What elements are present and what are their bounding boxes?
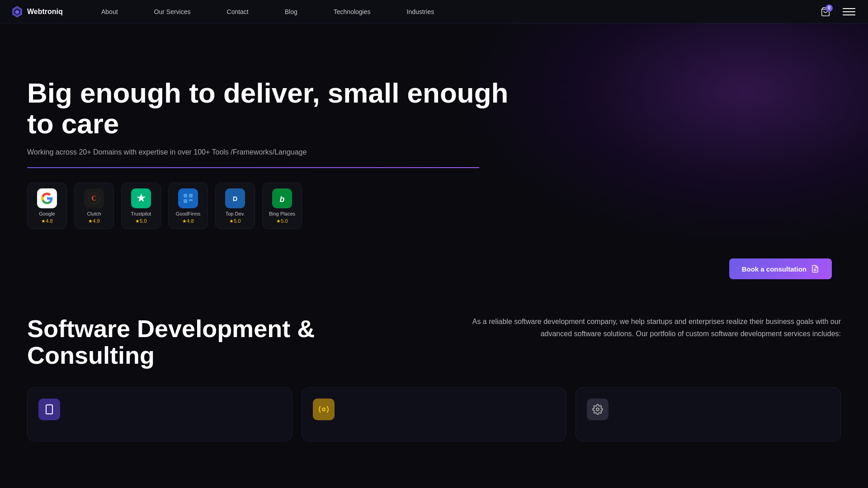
service-card-1[interactable] xyxy=(27,387,292,441)
google-badge-icon xyxy=(37,188,57,208)
hero-section: Big enough to deliver, small enough to c… xyxy=(0,23,868,277)
cart-badge: 0 xyxy=(826,5,833,12)
rating-badge-bingplaces[interactable]: b Bing Places ★5.0 xyxy=(262,183,302,229)
hamburger-line-2 xyxy=(843,11,855,12)
goodfirms-badge-name: GoodFirms xyxy=(176,211,200,216)
rating-badge-topdev[interactable]: D Top Dev. ★5.0 xyxy=(215,183,255,229)
bingplaces-badge-name: Bing Places xyxy=(269,211,295,216)
nav-right: 0 xyxy=(817,4,857,20)
svg-text:C: C xyxy=(91,194,96,202)
clutch-badge-name: Clutch xyxy=(87,211,101,216)
goodfirms-badge-icon xyxy=(178,188,198,208)
bingplaces-badge-rating: ★5.0 xyxy=(276,218,288,224)
hero-divider xyxy=(27,167,479,168)
nav-technologies[interactable]: Technologies xyxy=(316,0,389,23)
service-cards-row xyxy=(0,387,868,460)
svg-rect-7 xyxy=(189,199,193,201)
nav-about[interactable]: About xyxy=(83,0,136,23)
service-card-2[interactable] xyxy=(302,387,567,441)
svg-rect-5 xyxy=(184,199,187,203)
hamburger-line-3 xyxy=(843,14,855,15)
logo-icon xyxy=(11,5,24,18)
nav-links: About Our Services Contact Blog Technolo… xyxy=(83,0,817,23)
brand-logo[interactable]: Webtroniq xyxy=(11,5,83,18)
service-card-2-icon xyxy=(313,399,335,420)
software-description: As a reliable software development compa… xyxy=(452,315,841,340)
software-title: Software Development & Consulting xyxy=(27,315,416,369)
hamburger-line-1 xyxy=(843,8,855,9)
software-description-block: As a reliable software development compa… xyxy=(452,315,841,340)
svg-rect-3 xyxy=(181,192,195,205)
svg-rect-4 xyxy=(184,194,187,197)
software-title-block: Software Development & Consulting xyxy=(27,315,416,369)
goodfirms-badge-rating: ★4.8 xyxy=(182,218,193,224)
google-badge-rating: ★4.8 xyxy=(41,218,52,224)
hero-title: Big enough to deliver, small enough to c… xyxy=(27,78,524,139)
trustpilot-badge-rating: ★5.0 xyxy=(135,218,146,224)
rating-badge-clutch[interactable]: C Clutch ★4.9 xyxy=(74,183,114,229)
trustpilot-badge-icon: ★ xyxy=(131,188,151,208)
topdev-badge-icon: D xyxy=(225,188,245,208)
clutch-badge-rating: ★4.9 xyxy=(88,218,99,224)
bingplaces-badge-icon: b xyxy=(272,188,292,208)
brand-name: Webtroniq xyxy=(27,8,63,16)
hero-content: Big enough to deliver, small enough to c… xyxy=(27,78,524,229)
google-badge-name: Google xyxy=(39,211,55,216)
nav-industries[interactable]: Industries xyxy=(389,0,453,23)
hero-subtitle: Working across 20+ Domains with expertis… xyxy=(27,148,524,156)
service-card-1-icon xyxy=(38,399,60,420)
svg-point-16 xyxy=(322,408,325,411)
rating-badge-goodfirms[interactable]: GoodFirms ★4.8 xyxy=(168,183,208,229)
svg-rect-14 xyxy=(46,405,52,414)
rating-badge-google[interactable]: Google ★4.8 xyxy=(27,183,67,229)
svg-text:b: b xyxy=(280,195,285,204)
hamburger-button[interactable] xyxy=(841,4,857,20)
navbar: Webtroniq About Our Services Contact Blo… xyxy=(0,0,868,23)
svg-point-17 xyxy=(596,408,599,411)
svg-text:D: D xyxy=(233,195,237,202)
service-card-3[interactable] xyxy=(576,387,841,441)
service-card-3-icon xyxy=(587,399,609,420)
trustpilot-badge-name: Trustpilot xyxy=(131,211,151,216)
nav-our-services[interactable]: Our Services xyxy=(136,0,209,23)
clutch-badge-icon: C xyxy=(84,188,104,208)
rating-badge-trustpilot[interactable]: ★ Trustpilot ★5.0 xyxy=(121,183,161,229)
software-section: Software Development & Consulting As a r… xyxy=(0,279,868,387)
topdev-badge-name: Top Dev. xyxy=(226,211,245,216)
cart-button[interactable]: 0 xyxy=(817,4,834,20)
nav-contact[interactable]: Contact xyxy=(209,0,267,23)
rating-badges: Google ★4.8 C Clutch ★4.9 ★ Tru xyxy=(27,183,524,229)
topdev-badge-rating: ★5.0 xyxy=(229,218,241,224)
svg-rect-6 xyxy=(189,194,193,197)
nav-blog[interactable]: Blog xyxy=(267,0,316,23)
